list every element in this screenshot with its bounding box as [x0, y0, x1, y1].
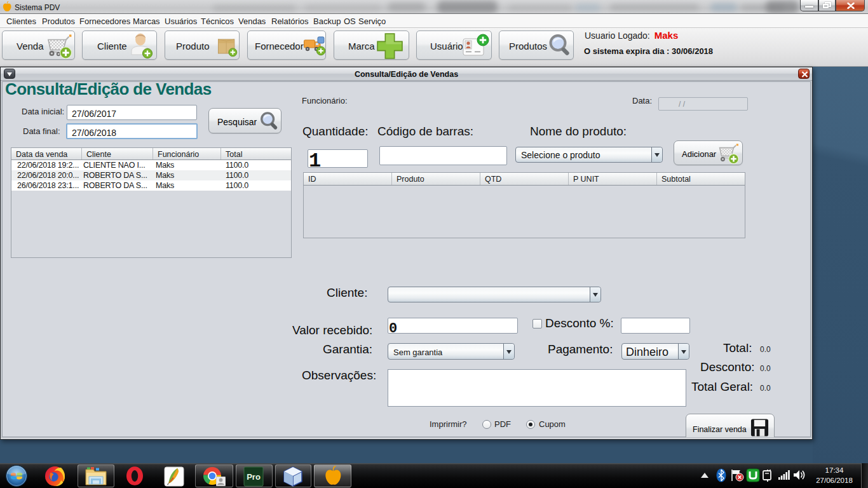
svg-text:Pro: Pro: [247, 472, 261, 482]
